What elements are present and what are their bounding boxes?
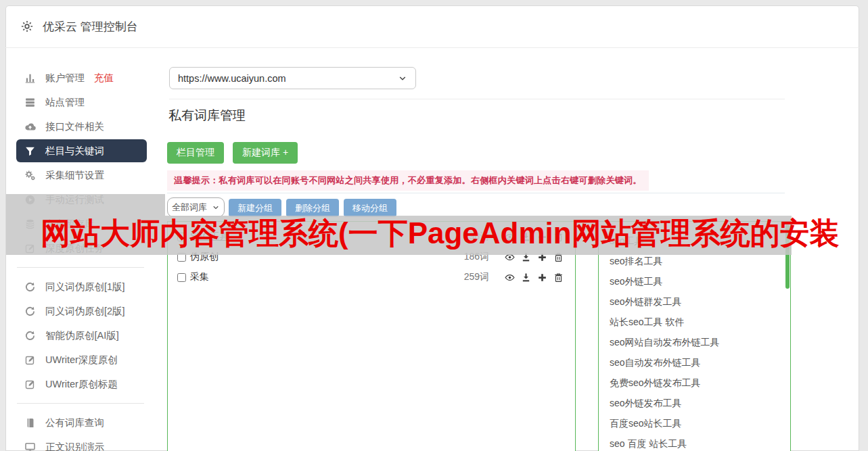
preview-icon [505, 272, 515, 283]
column-manage-button[interactable]: 栏目管理 [167, 142, 224, 164]
keyword-item[interactable]: seo网站自动发布外链工具 [610, 332, 790, 352]
sidebar-item-label: 正文识别演示 [45, 441, 104, 451]
funnel-icon [24, 145, 36, 157]
sidebar-item-label: 智能伪原创[AI版] [45, 329, 119, 342]
chevron-down-icon [398, 74, 407, 83]
book-icon [24, 417, 36, 429]
site-url-value: https://www.ucaiyun.com [178, 73, 286, 84]
keyword-item[interactable]: seo外链工具 [610, 271, 790, 291]
add-words-icon[interactable] [537, 272, 547, 283]
sidebar-item-label: 同义词伪原创[2版] [45, 305, 125, 318]
sidebar-item[interactable]: 正文识别演示 [5, 435, 163, 451]
new-library-button[interactable]: 新建词库 + [233, 142, 298, 164]
watermark-text: 网站大师内容管理系统(一下PageAdmin网站管理系统的安装 [41, 216, 840, 250]
sidebar-divider [17, 267, 144, 268]
new-group-button[interactable]: 新建分组 [229, 199, 281, 217]
library-name[interactable]: 采集 [190, 271, 464, 283]
gears-icon [24, 170, 36, 181]
keyword-item[interactable]: seo外链发布工具 [610, 393, 790, 413]
refresh-icon [24, 330, 36, 341]
library-group-select[interactable]: 全部词库 [167, 197, 225, 217]
sidebar-item-label: 站点管理 [45, 96, 85, 109]
sidebar-item[interactable]: 站点管理 [5, 90, 163, 114]
preview-icon[interactable] [505, 272, 515, 283]
cloud-upload-icon [24, 121, 36, 133]
sidebar-item-label: 采集细节设置 [45, 169, 104, 182]
sidebar-divider [17, 403, 144, 404]
app-title: 优采云 管理控制台 [43, 19, 138, 34]
group-buttons: 新建分组 删除分组 移动分组 [229, 199, 396, 217]
sidebar-item[interactable]: UWriter原创标题 [5, 372, 163, 396]
sidebar-item-label: 账户管理 [45, 72, 85, 85]
sidebar-item[interactable]: 公有词库查询 [5, 410, 163, 435]
action-buttons: 栏目管理 新建词库 + [167, 142, 298, 164]
library-group-value: 全部词库 [172, 201, 207, 214]
library-list-panel: SEO工具98词伪原创186词采集259词 [167, 221, 576, 451]
keyword-item[interactable]: 站长seo工具 软件 [610, 312, 790, 332]
sidebar-item-label: 栏目与关键词 [45, 145, 104, 158]
library-checkbox[interactable] [177, 273, 186, 282]
download-icon[interactable] [521, 272, 531, 283]
refresh-icon [24, 306, 36, 317]
keyword-list-panel: seo工具seo排名工具seo外链工具seo外链群发工具站长seo工具 软件se… [598, 221, 791, 451]
sidebar-item[interactable]: 栏目与关键词 [16, 139, 147, 162]
sidebar-item-label: UWriter原创标题 [45, 378, 118, 391]
page: 优采云 管理控制台 账户管理充值站点管理接口文件相关栏目与关键词采集细节设置手动… [0, 0, 868, 451]
sidebar-item[interactable]: 同义词伪原创[2版] [5, 299, 163, 323]
sidebar-item[interactable]: 采集细节设置 [5, 163, 163, 187]
edit-icon [24, 379, 36, 390]
sidebar-item[interactable]: UWriter深度原创 [5, 348, 163, 372]
sidebar-item[interactable]: 账户管理充值 [5, 66, 163, 90]
sidebar-item-label: 接口文件相关 [45, 120, 104, 133]
download-icon [521, 272, 531, 283]
sidebar-item-label: 同义词伪原创[1版] [45, 281, 125, 293]
move-group-button[interactable]: 移动分组 [344, 199, 396, 217]
delete-icon [553, 272, 564, 283]
keyword-item[interactable]: seo 百度 站长工具 [610, 433, 790, 451]
monitor-icon [24, 442, 36, 451]
refresh-icon [24, 281, 36, 293]
header-divider [169, 99, 785, 99]
word-count: 259词 [464, 271, 489, 283]
delete-icon[interactable] [553, 272, 564, 283]
page-title: 私有词库管理 [168, 107, 246, 124]
app-header: 优采云 管理控制台 [5, 5, 859, 48]
server-icon [24, 97, 36, 108]
sidebar-item-label: UWriter深度原创 [45, 354, 118, 366]
keyword-item[interactable]: seo自动发布外链工具 [610, 352, 790, 373]
bar-chart-icon [24, 72, 36, 84]
gear-icon [20, 20, 34, 33]
tip-message: 温馨提示：私有词库可以在同账号不同网站之间共享使用，不必重复添加。右侧框内关键词… [167, 170, 649, 191]
delete-group-button[interactable]: 删除分组 [286, 199, 339, 217]
sidebar-item[interactable]: 同义词伪原创[1版] [5, 275, 163, 299]
keyword-item[interactable]: seo外链群发工具 [610, 291, 790, 312]
keyword-item[interactable]: 百度seo站长工具 [610, 413, 790, 433]
recharge-badge[interactable]: 充值 [94, 72, 114, 85]
sidebar-item[interactable]: 接口文件相关 [5, 114, 163, 139]
keyword-item[interactable]: 免费seo外链发布工具 [610, 373, 790, 393]
sidebar-item[interactable]: 智能伪原创[AI版] [5, 323, 163, 348]
site-url-select[interactable]: https://www.ucaiyun.com [169, 67, 416, 89]
library-row: 采集259词 [168, 267, 575, 287]
sidebar-item-label: 公有词库查询 [45, 417, 104, 429]
add-words-icon [537, 272, 547, 283]
section-divider [167, 193, 785, 193]
edit-icon [24, 354, 36, 366]
sidebar: 账户管理充值站点管理接口文件相关栏目与关键词采集细节设置手动运行测试文章暂存库深… [5, 66, 163, 451]
chevron-down-icon [212, 204, 220, 212]
